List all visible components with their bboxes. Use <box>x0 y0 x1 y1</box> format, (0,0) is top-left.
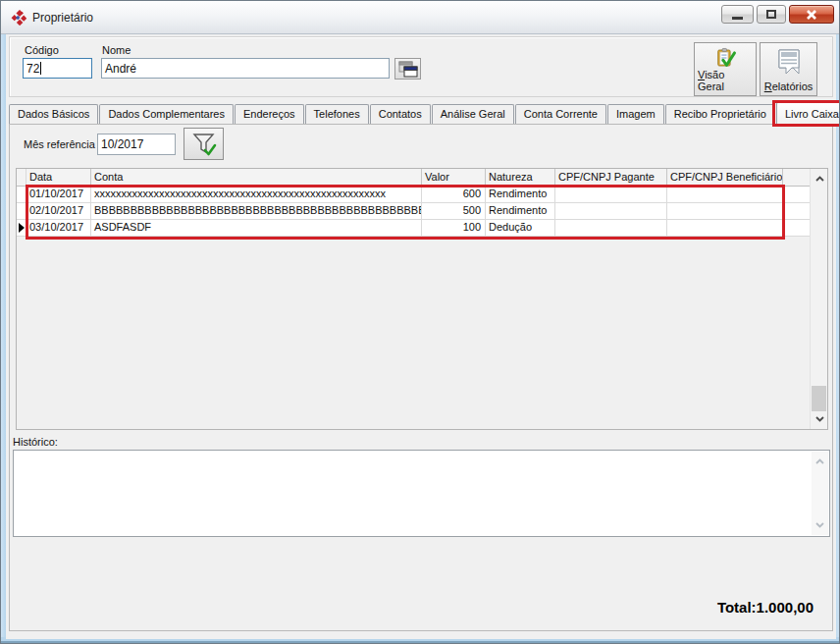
grid-row-2[interactable]: 02/10/2017 BBBBBBBBBBBBBBBBBBBBBBBBBBBBB… <box>17 203 827 220</box>
cell-conta: xxxxxxxxxxxxxxxxxxxxxxxxxxxxxxxxxxxxxxxx… <box>91 187 422 202</box>
mes-referencia-input[interactable]: 10/2017 <box>97 134 176 155</box>
titlebar[interactable]: Proprietário <box>1 1 839 34</box>
relatorios-label: Relatórios <box>764 80 814 92</box>
chevron-up-icon <box>815 176 824 182</box>
relatorios-button[interactable]: Relatórios <box>760 42 817 96</box>
tab-strip: Dados Básicos Dados Complementares Ender… <box>9 102 833 125</box>
lookup-icon <box>398 61 418 78</box>
filter-icon <box>191 132 217 157</box>
tab-dados-complementares[interactable]: Dados Complementares <box>99 104 234 125</box>
minimize-button[interactable] <box>721 5 754 24</box>
app-icon <box>11 10 26 26</box>
tab-dados-basicos[interactable]: Dados Básicos <box>9 104 98 125</box>
scrollbar-thumb[interactable] <box>812 386 826 411</box>
cell-conta: ASDFASDF <box>91 220 422 236</box>
window-controls <box>721 5 834 24</box>
cell-valor: 500 <box>422 203 486 219</box>
cell-valor: 600 <box>422 187 486 202</box>
tab-imagem[interactable]: Imagem <box>607 104 664 125</box>
cell-conta: BBBBBBBBBBBBBBBBBBBBBBBBBBBBBBBBBBBBBBBB… <box>91 203 422 219</box>
cell-cpf-pagante <box>555 203 667 219</box>
tab-label: Telefones <box>314 108 360 120</box>
tab-enderecos[interactable]: Endereços <box>235 104 304 125</box>
cell-data: 02/10/2017 <box>26 203 91 219</box>
minimize-icon <box>732 17 743 20</box>
column-header-data: Data <box>26 169 91 186</box>
tab-label: Livro Caixa <box>785 108 839 120</box>
tab-label: Contatos <box>379 108 422 120</box>
column-header-conta: Conta <box>91 169 422 186</box>
visao-geral-icon <box>710 47 740 69</box>
nome-label: Nome <box>102 44 131 56</box>
app-window: Proprietário Código 72 Nome André <box>0 0 840 644</box>
cell-cpf-pagante <box>555 220 667 236</box>
tab-recibo-proprietario[interactable]: Recibo Proprietário <box>665 104 775 125</box>
maximize-button[interactable] <box>757 5 786 24</box>
tab-label: Recibo Proprietário <box>674 108 766 120</box>
cell-valor: 100 <box>422 220 486 236</box>
chevron-down-icon <box>815 416 824 422</box>
close-button[interactable] <box>789 5 834 24</box>
column-header-natureza: Natureza <box>486 169 555 186</box>
tab-analise-geral[interactable]: Análise Geral <box>432 104 514 125</box>
codigo-input[interactable]: 72 <box>23 58 92 79</box>
row-indicator-cell <box>17 203 26 219</box>
tab-telefones[interactable]: Telefones <box>305 104 369 125</box>
grid-row-3[interactable]: 03/10/2017 ASDFASDF 100 Dedução <box>17 220 827 237</box>
chevron-down-icon <box>815 522 824 528</box>
cell-cpf-beneficiario <box>667 187 783 202</box>
mes-referencia-label: Mês referência <box>24 138 95 150</box>
scroll-up-button[interactable] <box>812 454 828 469</box>
column-header-valor: Valor <box>422 169 486 186</box>
tab-label: Análise Geral <box>441 108 505 120</box>
scroll-down-button[interactable] <box>812 517 828 533</box>
historico-scrollbar[interactable] <box>812 452 828 535</box>
historico-textarea[interactable] <box>13 450 830 537</box>
tab-conta-corrente[interactable]: Conta Corrente <box>515 104 606 125</box>
tab-label: Conta Corrente <box>524 108 598 120</box>
codigo-label: Código <box>25 44 59 56</box>
cell-cpf-beneficiario <box>667 203 783 219</box>
filter-button[interactable] <box>184 128 224 160</box>
relatorios-icon <box>775 47 803 77</box>
cell-cpf-pagante <box>555 187 667 202</box>
scroll-down-button[interactable] <box>811 411 828 427</box>
tab-label: Imagem <box>616 108 656 120</box>
nome-input[interactable]: André <box>101 58 390 79</box>
tab-label: Dados Básicos <box>18 108 89 120</box>
codigo-value: 72 <box>26 62 39 76</box>
text-caret <box>40 62 41 75</box>
visao-geral-button[interactable]: Visão Geral <box>694 42 757 96</box>
mes-referencia-value: 10/2017 <box>101 137 143 151</box>
grid-row-1[interactable]: 01/10/2017 xxxxxxxxxxxxxxxxxxxxxxxxxxxxx… <box>17 187 827 203</box>
tab-livro-caixa[interactable]: Livro Caixa <box>776 102 840 125</box>
scroll-up-button[interactable] <box>811 171 828 187</box>
cell-natureza: Rendimento <box>486 203 555 219</box>
current-row-indicator-icon <box>19 223 25 233</box>
chevron-up-icon <box>815 458 824 464</box>
nome-value: André <box>105 62 136 76</box>
livro-caixa-page: Mês referência 10/2017 Data Conta Valor … <box>9 124 833 631</box>
tab-label: Dados Complementares <box>108 108 225 120</box>
total-label: Total: <box>717 599 757 616</box>
record-panel: Código 72 Nome André <box>9 36 833 97</box>
visao-geral-label: Visão Geral <box>698 69 753 92</box>
grid-vertical-scrollbar[interactable] <box>810 169 827 429</box>
total-value: 1.000,00 <box>757 599 814 616</box>
historico-label: Histórico: <box>13 436 58 448</box>
window-title: Proprietário <box>32 11 93 25</box>
column-header-cpf-beneficiario: CPF/CNPJ Beneficiário <box>667 169 783 186</box>
cell-data: 01/10/2017 <box>26 187 91 202</box>
tab-contatos[interactable]: Contatos <box>370 104 431 125</box>
grid-indicator-header <box>17 169 26 186</box>
row-indicator-cell <box>17 187 26 202</box>
total: Total:1.000,00 <box>717 599 814 616</box>
cell-natureza: Dedução <box>486 220 555 236</box>
maximize-icon <box>766 10 776 19</box>
cell-natureza: Rendimento <box>486 187 555 202</box>
lookup-button[interactable] <box>394 58 421 80</box>
cell-data: 03/10/2017 <box>26 220 91 236</box>
column-header-cpf-pagante: CPF/CNPJ Pagante <box>555 169 667 186</box>
tab-label: Endereços <box>243 108 295 120</box>
client-area: Código 72 Nome André <box>6 34 836 639</box>
